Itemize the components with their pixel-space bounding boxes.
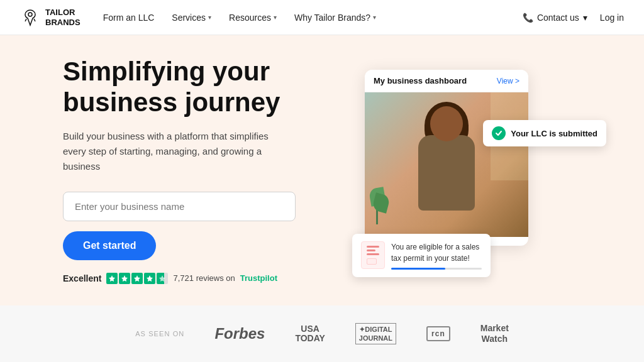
tax-card-content: You are eligible for a sales tax permit … (391, 241, 482, 270)
as-seen-on-label: AS SEEN ON (135, 330, 184, 337)
rcn-logo: rcn (426, 326, 450, 341)
star-half (157, 273, 168, 284)
phone-icon: 📞 (523, 13, 533, 23)
check-icon (492, 126, 506, 140)
tax-permit-card: You are eligible for a sales tax permit … (352, 234, 491, 277)
svg-marker-6 (159, 275, 165, 282)
doc-icon-badge (367, 258, 377, 265)
svg-marker-3 (121, 275, 128, 282)
forbes-logo: Forbes (214, 325, 265, 343)
dashboard-view-button[interactable]: View > (497, 77, 519, 85)
dashboard-title: My business dashboard (374, 76, 467, 85)
login-button[interactable]: Log in (600, 13, 624, 23)
get-started-button[interactable]: Get started (63, 231, 156, 260)
hero-title: Simplifying your business journey (63, 57, 352, 118)
services-chevron: ▾ (208, 14, 211, 21)
hero-left: Simplifying your business journey Build … (63, 57, 352, 284)
tax-permit-text: You are eligible for a sales tax permit … (391, 241, 482, 264)
trustpilot-row: Excellent 7,721 reviews on Tr (63, 273, 352, 284)
nav-form-llc[interactable]: Form an LLC (103, 13, 155, 23)
hero-subtitle: Build your business with a platform that… (63, 129, 289, 174)
contact-chevron: ▾ (583, 13, 587, 23)
tax-progress-bar (391, 268, 482, 270)
nav-right: 📞 Contact us ▾ Log in (523, 13, 624, 23)
nav-left: TAILOR BRANDS Form an LLC Services ▾ Res… (20, 8, 376, 28)
contact-us-link[interactable]: 📞 Contact us ▾ (523, 13, 587, 23)
svg-marker-5 (147, 275, 153, 282)
trustpilot-count: 7,721 reviews on (173, 273, 235, 283)
logo-brand-text: TAILOR BRANDS (45, 8, 80, 27)
logo[interactable]: TAILOR BRANDS (20, 8, 80, 28)
llc-text: Your LLC is submitted (511, 129, 597, 138)
doc-line-2 (367, 250, 375, 251)
market-watch-logo: MarketWatch (480, 323, 509, 344)
hero-section: Simplifying your business journey Build … (0, 35, 644, 305)
star-4 (144, 273, 155, 284)
doc-line-3 (367, 253, 379, 255)
document-icon-bg (361, 241, 385, 269)
resources-chevron: ▾ (274, 14, 277, 21)
star-1 (106, 273, 118, 284)
dashboard-image (365, 92, 528, 237)
hero-right: My business dashboard View > (352, 57, 594, 283)
tax-progress-fill (391, 268, 445, 270)
doc-line-1 (367, 246, 379, 248)
llc-submitted-badge: Your LLC is submitted (483, 120, 606, 146)
star-3 (131, 273, 143, 284)
dashboard-header: My business dashboard View > (365, 70, 528, 92)
why-tailor-chevron: ▾ (373, 14, 376, 21)
svg-marker-4 (134, 275, 140, 282)
as-seen-on-section: AS SEEN ON Forbes USATODAY ✦DIGITALJOURN… (0, 305, 644, 362)
svg-marker-2 (109, 275, 115, 282)
business-name-input[interactable] (63, 192, 296, 221)
nav-why-tailor[interactable]: Why Tailor Brands? ▾ (294, 13, 376, 23)
nav-services[interactable]: Services ▾ (172, 13, 211, 23)
nav-resources[interactable]: Resources ▾ (229, 13, 277, 23)
dashboard-card: My business dashboard View > (365, 70, 528, 246)
trustpilot-label: Excellent (63, 273, 101, 283)
navbar: TAILOR BRANDS Form an LLC Services ▾ Res… (0, 0, 644, 35)
document-icon (361, 241, 385, 269)
usa-today-logo: USATODAY (295, 324, 325, 344)
logo-icon (20, 8, 40, 28)
star-2 (119, 273, 130, 284)
nav-links: Form an LLC Services ▾ Resources ▾ Why T… (103, 13, 376, 23)
trustpilot-brand: Trustpilot (240, 273, 277, 283)
trustpilot-stars (106, 273, 168, 284)
doc-lines (362, 241, 384, 270)
digital-journal-logo: ✦DIGITALJOURNAL (355, 323, 396, 345)
